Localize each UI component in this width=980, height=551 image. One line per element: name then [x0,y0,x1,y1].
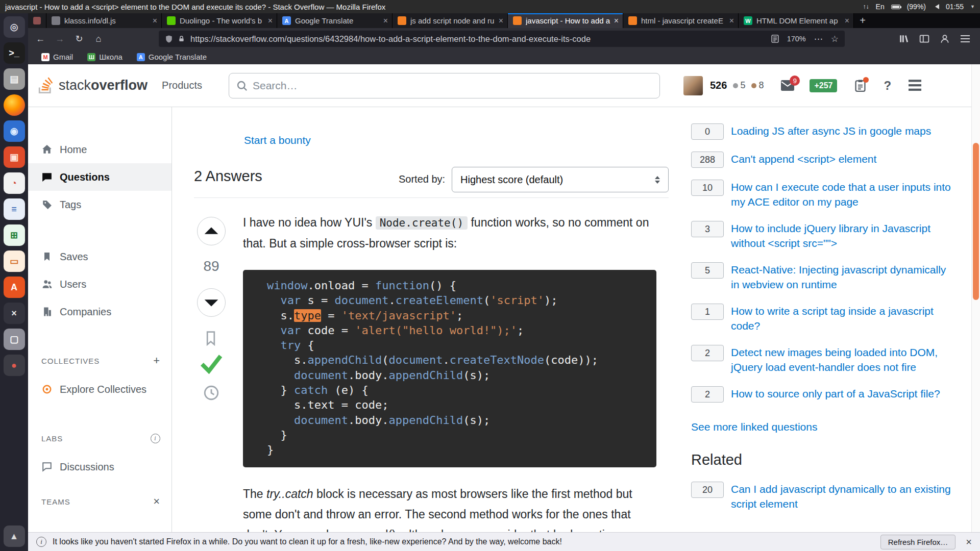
history-icon[interactable] [203,384,220,404]
collectives-header: COLLECTIVES + [28,354,172,367]
search-input[interactable] [253,80,652,92]
topbar-user-area: 526 5 8 9 +257 ? [683,76,921,95]
notification-close-icon[interactable]: × [966,536,972,548]
menu-icon[interactable] [958,31,973,46]
dock-dark-app-icon[interactable]: × [4,303,25,324]
teams-close-icon[interactable]: × [153,496,160,507]
home-button[interactable]: ⌂ [90,31,107,46]
question-link[interactable]: Detect new images being loaded into DOM,… [731,345,957,374]
back-button[interactable]: ← [32,31,48,46]
bookmark-translate[interactable]: AGoogle Translate [137,53,207,61]
question-link[interactable]: React-Native: Injecting javascript dynam… [731,262,957,292]
dock-dash-search-icon[interactable]: ◎ [4,16,25,38]
products-menu[interactable]: Products [162,80,202,91]
reputation-score[interactable]: 526 [710,80,727,91]
https-lock-icon[interactable] [178,35,185,43]
discussions-icon [41,462,53,472]
upvote-button[interactable] [197,217,226,245]
sort-select[interactable]: Highest score (default) [452,167,669,192]
network-icon[interactable]: ↑↓ [863,3,869,10]
dock-calc-icon[interactable]: ⊞ [4,224,25,246]
tab-html-dom-element-ap[interactable]: WHTML DOM Element ap× [739,13,854,28]
sidebars-icon[interactable] [917,31,932,46]
bookmark-gmail[interactable]: MGmail [41,53,73,61]
dock-terminal-icon[interactable]: >_ [4,42,25,64]
tab-duolingo-the-world-s-b[interactable]: Duolingo - The world's b× [162,13,277,28]
tab-close-icon[interactable]: × [729,17,734,25]
dock-webcam-icon[interactable]: ◉ [4,120,25,142]
reader-mode-icon[interactable] [771,35,779,43]
url-bar[interactable]: https://stackoverflow.com/questions/6432… [159,31,845,47]
question-link[interactable]: How to write a script tag inside a javas… [731,304,957,333]
tab-google-translate[interactable]: AGoogle Translate× [277,13,393,28]
user-avatar[interactable] [683,76,703,95]
sidebar-item-saves[interactable]: Saves [28,243,172,270]
start-bounty-link[interactable]: Start a bounty [244,134,311,146]
keyboard-layout-indicator[interactable]: En [876,3,885,11]
tab-close-icon[interactable]: × [499,17,503,25]
dock-libreoffice-start-icon[interactable]: ◔ [4,172,25,194]
tab-js-add-script-node-and-ru[interactable]: js add script node and ru× [393,13,508,28]
refresh-firefox-button[interactable]: Refresh Firefox… [880,535,956,549]
library-icon[interactable] [896,31,912,46]
page-actions-icon[interactable]: ⋯ [814,34,823,44]
see-more-linked-link[interactable]: See more linked questions [691,421,817,433]
downvote-button[interactable] [197,288,226,317]
save-bookmark-icon[interactable] [204,331,217,348]
page-scrollbar[interactable] [971,64,980,532]
tab-html-javascript-createe[interactable]: html - javascript createE× [623,13,739,28]
dock-file-cabinet-icon[interactable]: ▤ [4,68,25,90]
sidebar-item-home[interactable]: Home [28,136,172,163]
sidebar-item-explore-collectives[interactable]: Explore Collectives [28,375,172,403]
add-collective-icon[interactable]: + [153,355,160,366]
sidebar-item-discussions[interactable]: Discussions [28,453,172,481]
dock-ubuntu-software-icon[interactable]: A [4,277,25,298]
dock-impress-icon[interactable]: ▭ [4,251,25,272]
pinned-tab[interactable] [28,13,46,28]
tab-klasss-info-dl-js[interactable]: klasss.info/dl.js× [46,13,162,28]
forward-button[interactable]: → [52,31,68,46]
select-chevrons-icon [655,173,660,186]
inbox-icon[interactable]: 9 [781,80,794,91]
dock-archive-icon[interactable]: ▢ [4,329,25,350]
tracking-shield-icon[interactable] [165,35,173,43]
reload-button[interactable]: ↻ [71,31,87,46]
dock-photo-app-icon[interactable]: ● [4,355,25,376]
bookmark-school[interactable]: ШШкола [87,53,122,61]
tab-close-icon[interactable]: × [383,17,388,25]
tab-close-icon[interactable]: × [614,17,619,25]
dock-eject-icon[interactable]: ▲ [4,525,25,547]
account-icon[interactable] [937,31,952,46]
labs-info-icon[interactable]: i [151,434,160,443]
bookmark-star-icon[interactable]: ☆ [831,34,839,44]
sidebar-item-tags[interactable]: Tags [28,191,172,218]
question-link[interactable]: How to include jQuery library in Javascr… [731,221,957,251]
question-link[interactable]: Can't append <script> element [731,152,876,166]
clock[interactable]: 01:55 [946,3,964,11]
sidebar-item-questions[interactable]: Questions [28,163,172,191]
sidebar-item-users[interactable]: Users [28,270,172,298]
question-link[interactable]: How can I execute code that a user input… [731,180,957,209]
reviews-icon[interactable] [854,79,866,92]
tab-close-icon[interactable]: × [268,17,273,25]
help-icon[interactable]: ? [884,79,891,93]
dock-media-app-icon[interactable]: ▣ [4,146,25,168]
question-link[interactable]: Can I add javascript dynamically to an e… [731,482,957,511]
scrollbar-thumb[interactable] [973,143,979,300]
tab-close-icon[interactable]: × [153,17,157,25]
stackoverflow-logo[interactable]: stackoverflow [37,76,148,96]
volume-icon[interactable] [933,4,939,9]
dock-writer-icon[interactable]: ≡ [4,198,25,220]
tab-javascript-how-to-add-a[interactable]: javascript - How to add a× [508,13,623,28]
achievements-badge[interactable]: +257 [810,79,837,92]
stackexchange-menu-icon[interactable] [909,80,921,91]
question-link[interactable]: How to source only part of a JavaScript … [731,386,940,401]
search-box[interactable] [229,73,660,98]
question-link[interactable]: Loading JS after async JS in google maps [731,123,931,138]
tab-close-icon[interactable]: × [845,17,849,25]
dock-firefox-icon[interactable] [4,94,25,116]
new-tab-button[interactable]: + [854,13,871,28]
zoom-level[interactable]: 170% [787,35,806,43]
tray-caret-icon[interactable]: ▼ [970,4,975,9]
sidebar-item-companies[interactable]: Companies [28,298,172,325]
